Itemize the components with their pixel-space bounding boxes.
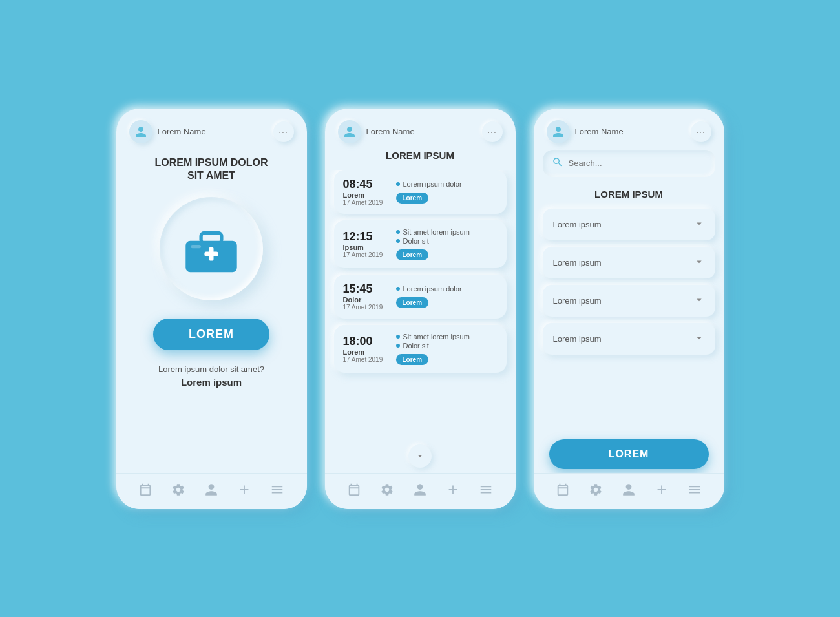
- accordion-item-3[interactable]: Lorem ipsum: [543, 285, 715, 317]
- screen2-title: LOREM IPSUM: [325, 150, 516, 170]
- svg-rect-3: [209, 247, 213, 260]
- header-name-3: Lorem Name: [575, 127, 691, 136]
- nav-calendar-1[interactable]: [138, 483, 152, 500]
- screen3-cta-button[interactable]: LOREM: [549, 439, 709, 469]
- accordion-label-1: Lorem ipsum: [553, 220, 602, 229]
- dot-icon: [396, 182, 400, 186]
- appt-detail-4a: Sit amet lorem ipsum: [396, 333, 498, 340]
- search-icon: [552, 156, 563, 171]
- nav-plus-1[interactable]: [237, 483, 251, 500]
- search-bar[interactable]: [543, 150, 715, 177]
- appointment-card-3[interactable]: 15:45 Dolor 17 Amet 2019 Lorem ipsum dol…: [334, 275, 507, 319]
- avatar-icon-2: [338, 120, 361, 143]
- svg-rect-4: [191, 244, 201, 247]
- nav-person-1[interactable]: [204, 483, 218, 500]
- nav-plus-2[interactable]: [446, 483, 460, 500]
- hero-circle: [160, 197, 263, 300]
- dot-icon: [396, 287, 400, 291]
- appt-detail-1a: Lorem ipsum dolor: [396, 180, 498, 188]
- nav-menu-2[interactable]: [479, 483, 493, 500]
- dot-icon: [396, 335, 400, 339]
- appt-date-1: 17 Amet 2019: [343, 199, 390, 206]
- medkit-svg: [182, 225, 240, 273]
- appt-detail-4b: Dolor sit: [396, 342, 498, 350]
- chevron-down-icon-4: [693, 332, 705, 346]
- accordion-list: Lorem ipsum Lorem ipsum Lorem ipsum: [543, 209, 715, 430]
- appt-time-1: 08:45: [343, 178, 390, 191]
- nav-calendar-2[interactable]: [347, 483, 361, 500]
- appt-date-2: 17 Amet 2019: [343, 251, 390, 258]
- dots-button-2[interactable]: ···: [482, 121, 503, 142]
- bottom-nav-1: [116, 473, 307, 509]
- question-text: Lorem ipsum dolor sit amet?: [158, 364, 264, 374]
- header-name-1: Lorem Name: [158, 127, 273, 136]
- appt-detail-2a: Sit amet lorem ipsum: [396, 228, 498, 236]
- chevron-down-icon-1: [693, 218, 705, 231]
- appt-tag-3: Lorem: [396, 297, 429, 308]
- nav-menu-3[interactable]: [688, 483, 702, 500]
- nav-menu-1[interactable]: [270, 483, 284, 500]
- bottom-nav-3: [534, 473, 724, 509]
- appt-tag-4: Lorem: [396, 354, 429, 365]
- appt-name-1: Lorem: [343, 191, 390, 199]
- screen3-content: LOREM IPSUM Lorem ipsum Lorem ipsum Lore…: [534, 150, 724, 473]
- appt-date-4: 17 Amet 2019: [343, 356, 390, 363]
- nav-person-3[interactable]: [622, 483, 636, 500]
- accordion-label-2: Lorem ipsum: [553, 258, 602, 267]
- screens-container: Lorem Name ··· LOREM IPSUM DOLOR SIT AME…: [116, 109, 724, 509]
- accordion-label-4: Lorem ipsum: [553, 334, 602, 344]
- appt-name-3: Dolor: [343, 296, 390, 304]
- appt-tag-2: Lorem: [396, 249, 429, 260]
- accordion-item-2[interactable]: Lorem ipsum: [543, 247, 715, 278]
- accordion-label-3: Lorem ipsum: [553, 296, 602, 306]
- screen1-title: LOREM IPSUM DOLOR SIT AMET: [154, 156, 268, 183]
- screen1-header: Lorem Name ···: [116, 109, 307, 150]
- appt-time-3: 15:45: [343, 282, 390, 296]
- screen1-content: LOREM IPSUM DOLOR SIT AMET LOREM: [116, 150, 307, 473]
- appointment-card-1[interactable]: 08:45 Lorem 17 Amet 2019 Lorem ipsum dol…: [334, 170, 507, 214]
- appt-name-2: Ipsum: [343, 244, 390, 251]
- nav-gear-2[interactable]: [380, 483, 394, 500]
- accordion-item-1[interactable]: Lorem ipsum: [543, 209, 715, 240]
- nav-gear-3[interactable]: [589, 483, 603, 500]
- appt-detail-3a: Lorem ipsum dolor: [396, 285, 498, 293]
- chevron-down-icon-3: [693, 294, 705, 308]
- nav-calendar-3[interactable]: [556, 483, 570, 500]
- avatar-icon-3: [547, 120, 570, 143]
- nav-plus-3[interactable]: [655, 483, 669, 500]
- nav-gear-1[interactable]: [171, 483, 185, 500]
- screen-1: Lorem Name ··· LOREM IPSUM DOLOR SIT AME…: [116, 109, 307, 509]
- screen1-cta-button[interactable]: LOREM: [153, 319, 269, 350]
- chevron-down-icon-2: [693, 256, 705, 269]
- dot-icon: [396, 230, 400, 234]
- appt-time-2: 12:15: [343, 230, 390, 244]
- appt-time-4: 18:00: [343, 335, 390, 348]
- appt-date-3: 17 Amet 2019: [343, 304, 390, 311]
- appt-tag-1: Lorem: [396, 193, 429, 204]
- dot-icon: [396, 239, 400, 243]
- screen3-section-title: LOREM IPSUM: [543, 189, 715, 200]
- appointment-card-2[interactable]: 12:15 Ipsum 17 Amet 2019 Sit amet lorem …: [334, 220, 507, 268]
- appointment-card-4[interactable]: 18:00 Lorem 17 Amet 2019 Sit amet lorem …: [334, 325, 507, 373]
- screen3-header: Lorem Name ···: [534, 109, 724, 150]
- header-name-2: Lorem Name: [366, 127, 482, 136]
- dot-icon: [396, 344, 400, 348]
- appt-name-4: Lorem: [343, 348, 390, 356]
- search-input[interactable]: [569, 158, 706, 168]
- appt-detail-2b: Dolor sit: [396, 237, 498, 245]
- nav-person-2[interactable]: [413, 483, 427, 500]
- link-text[interactable]: Lorem ipsum: [181, 377, 242, 388]
- bottom-nav-2: [325, 473, 516, 509]
- scroll-down-button[interactable]: [408, 444, 432, 468]
- svg-rect-1: [201, 233, 222, 243]
- avatar-icon-1: [129, 120, 152, 143]
- screen-3: Lorem Name ··· LOREM IPSUM Lorem ipsum: [534, 109, 724, 509]
- screen2-header: Lorem Name ···: [325, 109, 516, 150]
- appointments-list: 08:45 Lorem 17 Amet 2019 Lorem ipsum dol…: [325, 170, 516, 438]
- accordion-item-4[interactable]: Lorem ipsum: [543, 323, 715, 355]
- dots-button-3[interactable]: ···: [691, 121, 711, 142]
- screen-2: Lorem Name ··· LOREM IPSUM 08:45 Lorem 1…: [325, 109, 516, 509]
- dots-button-1[interactable]: ···: [273, 121, 294, 142]
